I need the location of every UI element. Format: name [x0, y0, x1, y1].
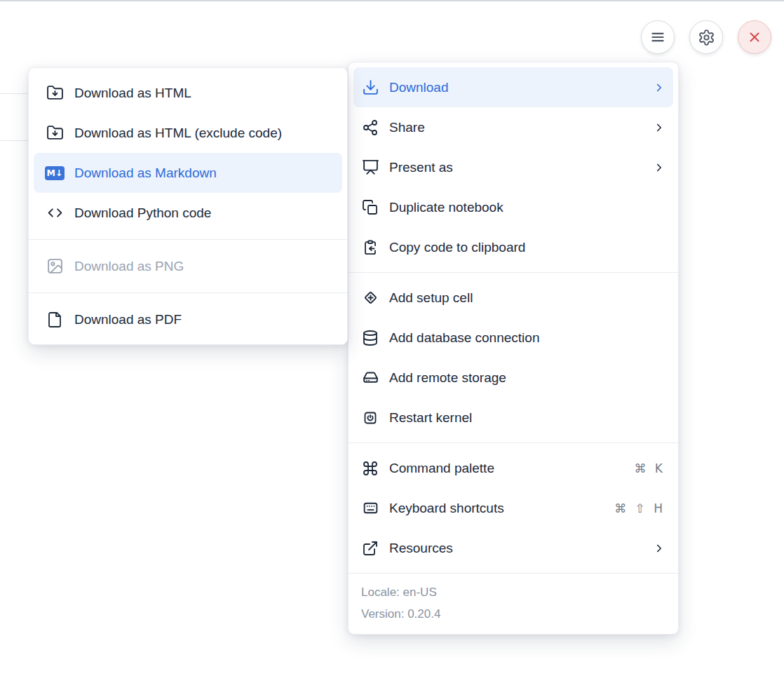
command-icon [361, 460, 379, 477]
menu-item-add-database-connection[interactable]: Add database connection [353, 318, 673, 358]
menu-footer: Locale: en-US Version: 0.20.4 [349, 573, 678, 634]
submenu-item-download-html-exclude-code[interactable]: Download as HTML (exclude code) [34, 113, 342, 153]
submenu-item-download-pdf[interactable]: Download as PDF [34, 299, 342, 339]
database-icon [361, 330, 379, 346]
menu-separator [349, 272, 678, 273]
download-icon [361, 79, 379, 96]
submenu-item-download-png: Download as PNG [34, 246, 342, 286]
submenu-item-label: Download as HTML (exclude code) [74, 126, 335, 141]
duplicate-icon [361, 199, 379, 216]
hamburger-menu-icon [649, 28, 667, 46]
menu-item-label: Present as [389, 160, 647, 175]
settings-button[interactable] [689, 20, 723, 54]
submenu-item-download-python-code[interactable]: Download Python code [34, 193, 342, 233]
folder-down-icon [45, 84, 65, 102]
external-link-icon [361, 540, 379, 557]
menu-item-download[interactable]: Download [353, 67, 673, 107]
code-icon [45, 204, 65, 222]
menu-item-present-as[interactable]: Present as [353, 147, 673, 187]
presentation-icon [361, 158, 379, 176]
submenu-separator [29, 292, 347, 293]
menu-item-label: Share [389, 120, 647, 135]
menu-separator [349, 442, 678, 443]
markdown-badge: M↓ [45, 166, 65, 180]
menu-item-label: Add setup cell [389, 290, 665, 306]
menu-item-share[interactable]: Share [353, 107, 673, 147]
chevron-right-icon [653, 81, 665, 94]
share-icon [361, 119, 379, 136]
notebook-action-buttons [641, 20, 771, 54]
diamond-plus-icon [361, 289, 379, 306]
version-text: Version: 0.20.4 [361, 603, 665, 625]
submenu-item-label: Download as Markdown [74, 165, 335, 181]
menu-item-label: Restart kernel [389, 410, 665, 426]
chevron-right-icon [653, 161, 665, 174]
close-icon [746, 29, 763, 46]
submenu-separator [29, 239, 347, 240]
menu-item-label: Add database connection [389, 330, 665, 346]
hard-drive-icon [361, 369, 379, 386]
background-divider-line [0, 93, 28, 94]
menu-item-command-palette[interactable]: Command palette ⌘ K [353, 448, 673, 488]
keyboard-icon [361, 499, 379, 517]
menu-item-label: Duplicate notebook [389, 200, 665, 215]
submenu-item-download-html[interactable]: Download as HTML [34, 73, 342, 113]
menu-item-label: Command palette [389, 461, 634, 476]
close-button[interactable] [738, 20, 771, 54]
submenu-item-label: Download Python code [74, 205, 335, 221]
submenu-item-label: Download as HTML [74, 86, 335, 101]
menu-button[interactable] [641, 20, 675, 54]
image-icon [45, 257, 65, 275]
clipboard-copy-icon [361, 239, 379, 256]
menu-item-duplicate-notebook[interactable]: Duplicate notebook [353, 187, 673, 227]
markdown-icon: M↓ [45, 166, 65, 180]
file-icon [45, 311, 65, 328]
menu-item-add-setup-cell[interactable]: Add setup cell [353, 278, 673, 318]
locale-text: Locale: en-US [361, 581, 665, 603]
menu-item-label: Add remote storage [389, 370, 665, 386]
top-border-line [0, 0, 784, 1]
gear-icon [698, 29, 715, 46]
menu-item-label: Download [389, 80, 647, 95]
chevron-right-icon [653, 121, 665, 134]
menu-item-restart-kernel[interactable]: Restart kernel [353, 398, 673, 438]
power-icon [361, 410, 379, 426]
menu-item-label: Copy code to clipboard [389, 240, 665, 255]
menu-item-resources[interactable]: Resources [353, 528, 673, 568]
menu-item-keyboard-shortcuts[interactable]: Keyboard shortcuts ⌘ ⇧ H [353, 488, 673, 528]
menu-item-label: Resources [389, 541, 647, 556]
menu-item-copy-code[interactable]: Copy code to clipboard [353, 227, 673, 267]
submenu-item-label: Download as PDF [74, 312, 335, 327]
shortcut-hint: ⌘ ⇧ H [614, 501, 663, 515]
shortcut-hint: ⌘ K [634, 461, 663, 475]
notebook-menu: Download Share Present as Duplicate note… [348, 62, 679, 635]
folder-down-icon [45, 124, 65, 142]
chevron-right-icon [653, 542, 665, 555]
menu-item-label: Keyboard shortcuts [389, 501, 614, 516]
submenu-item-download-markdown[interactable]: M↓ Download as Markdown [34, 153, 342, 193]
menu-item-add-remote-storage[interactable]: Add remote storage [353, 358, 673, 398]
background-divider-line [0, 140, 28, 141]
submenu-item-label: Download as PNG [74, 259, 335, 274]
download-submenu: Download as HTML Download as HTML (exclu… [28, 67, 348, 345]
